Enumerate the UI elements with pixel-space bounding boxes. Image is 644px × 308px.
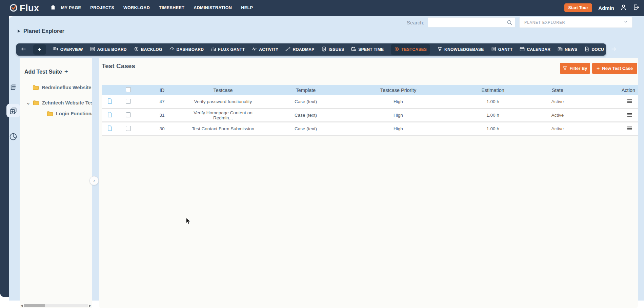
cell-id: 47 — [138, 99, 186, 104]
pie-chart-icon[interactable] — [9, 133, 17, 142]
search-icon[interactable] — [507, 20, 512, 27]
column-header-action[interactable]: Action — [575, 88, 638, 93]
cell-estimation: 1.00 h — [445, 126, 540, 131]
scroll-left-icon[interactable]: ◀ — [20, 304, 24, 307]
cell-estimation: 1.00 h — [445, 99, 540, 104]
cell-state: Active — [540, 99, 575, 104]
tree-item[interactable]: Redmineflux Website — [33, 85, 91, 90]
tab-calendar[interactable]: CALENDAR — [520, 46, 550, 53]
home-icon[interactable] — [50, 4, 56, 12]
tabs-scroll-left-button[interactable] — [21, 46, 26, 53]
cell-priority: High — [351, 126, 445, 131]
project-selector-dropdown[interactable]: PLANET EXPLORER — [519, 17, 632, 28]
row-checkbox[interactable] — [118, 112, 138, 118]
project-selector-value: PLANET EXPLORER — [524, 20, 623, 24]
flux-gantt-icon — [211, 46, 216, 53]
nav-item-administration[interactable]: ADMINISTRATION — [194, 5, 232, 10]
tab-news[interactable]: NEWS — [558, 46, 577, 53]
column-header-state[interactable]: State — [540, 88, 575, 93]
testcase-doc-icon[interactable] — [102, 125, 118, 132]
column-header-id[interactable]: ID — [138, 88, 186, 93]
tab-roadmap[interactable]: ROADMAP — [285, 46, 314, 53]
select-all-checkbox[interactable] — [118, 87, 138, 93]
tab-label: OVERVIEW — [60, 47, 83, 52]
cell-estimation: 1.00 h — [445, 113, 540, 118]
tab-knowledgebase[interactable]: KNOWLEDGEBASE — [437, 46, 484, 53]
table-row[interactable]: 30Test Contact Form SubmissionCase (text… — [102, 122, 638, 136]
sidebar-collapse-button[interactable]: ‹ — [89, 176, 99, 185]
app-logo[interactable]: Flux — [9, 3, 39, 14]
scroll-right-icon[interactable]: ▶ — [88, 304, 92, 307]
tab-activity[interactable]: ACTIVITY — [252, 46, 278, 53]
calendar-icon — [520, 46, 525, 53]
row-actions-menu-icon[interactable] — [575, 112, 638, 118]
row-actions-menu-icon[interactable] — [575, 126, 638, 132]
navbar-right: Start Tour Admin — [564, 0, 639, 16]
tab-dashboard[interactable]: DASHBOARD — [169, 46, 204, 53]
knowledgebase-icon — [437, 46, 442, 53]
tab-overview[interactable]: OVERVIEW — [53, 46, 83, 53]
tab-label: SPENT TIME — [358, 47, 384, 52]
cell-testcase[interactable]: Verify Homepage Content on Redmin... — [186, 110, 260, 120]
docu-icon — [584, 46, 589, 53]
nav-item-my-page[interactable]: MY PAGE — [61, 5, 81, 10]
tab-gantt[interactable]: GANTT — [491, 46, 513, 53]
start-tour-button[interactable]: Start Tour — [564, 3, 592, 12]
nav-item-workload[interactable]: WORKLOAD — [123, 5, 150, 10]
user-icon[interactable] — [620, 4, 627, 12]
tree-item[interactable]: ⌄Zehntech Website Tes — [26, 100, 92, 105]
testcase-doc-icon[interactable] — [102, 112, 118, 119]
issues-icon — [321, 46, 326, 53]
filter-by-label: Filter By — [569, 66, 587, 71]
tab-agile-board[interactable]: AGILE BOARD — [90, 46, 127, 53]
copy-test-case-icon[interactable] — [9, 107, 17, 116]
new-test-case-button[interactable]: + New Test Case — [592, 63, 637, 74]
tab-label: ACTIVITY — [259, 47, 278, 52]
tab-label: DOCU — [591, 47, 604, 52]
scrollbar-thumb[interactable] — [24, 304, 45, 307]
new-test-case-label: New Test Case — [602, 66, 633, 71]
project-title[interactable]: Planet Explorer — [18, 28, 64, 34]
table-row[interactable]: 31Verify Homepage Content on Redmin...Ca… — [102, 109, 638, 122]
user-name[interactable]: Admin — [598, 5, 614, 11]
tree-item[interactable]: Login Functiona — [47, 111, 92, 116]
tab-flux-gantt[interactable]: FLUX GANTT — [211, 46, 245, 53]
filter-by-button[interactable]: Filter By — [560, 63, 590, 74]
row-actions-menu-icon[interactable] — [575, 99, 638, 105]
table-row[interactable]: 47Verify password functionalityCase (tex… — [102, 95, 638, 109]
testcase-doc-icon[interactable] — [102, 98, 118, 105]
tab-testcases[interactable]: TESTCASES — [391, 44, 430, 55]
logo-check-icon — [9, 3, 18, 14]
tab-backlog[interactable]: BACKLOG — [134, 46, 162, 53]
tab-spent-time[interactable]: SPENT TIME — [351, 46, 384, 53]
tree-item-label: Redmineflux Website — [42, 85, 91, 90]
app-window: Flux MY PAGEPROJECTSWORKLOADTIMESHEETADM… — [0, 0, 644, 308]
activity-icon — [252, 46, 257, 53]
sidebar-horizontal-scrollbar[interactable]: ◀ ▶ — [20, 304, 92, 308]
scrollbar-track[interactable] — [24, 304, 88, 307]
add-test-suite-button[interactable]: Add Test Suite + — [24, 69, 68, 75]
column-header-testcase-priority[interactable]: Testcase Priority — [351, 88, 445, 93]
column-header-estimation[interactable]: Estimation — [445, 88, 540, 93]
add-tab-button[interactable]: + — [33, 44, 46, 55]
column-header-template[interactable]: Template — [260, 88, 351, 93]
chevron-expand-icon[interactable]: ⌄ — [26, 100, 30, 105]
row-checkbox[interactable] — [118, 126, 138, 132]
tab-issues[interactable]: ISSUES — [321, 46, 344, 53]
plus-icon: + — [64, 68, 68, 75]
cell-testcase[interactable]: Verify password functionality — [186, 99, 260, 104]
logout-icon[interactable] — [633, 4, 639, 12]
tab-docu[interactable]: DOCU — [584, 46, 604, 53]
column-header-testcase[interactable]: Testcase — [186, 88, 260, 93]
cell-testcase[interactable]: Test Contact Form Submission — [186, 126, 260, 131]
nav-item-projects[interactable]: PROJECTS — [90, 5, 114, 10]
test-suite-tree-icon[interactable] — [9, 84, 17, 93]
nav-item-help[interactable]: HELP — [241, 5, 253, 10]
project-title-text: Planet Explorer — [23, 28, 64, 34]
project-title-arrow-icon — [18, 30, 20, 33]
nav-item-timesheet[interactable]: TIMESHEET — [159, 5, 184, 10]
tabs-scroll-right-button[interactable] — [611, 46, 616, 53]
search-input[interactable] — [430, 18, 503, 27]
row-checkbox[interactable] — [118, 99, 138, 105]
cell-id: 31 — [138, 113, 186, 118]
